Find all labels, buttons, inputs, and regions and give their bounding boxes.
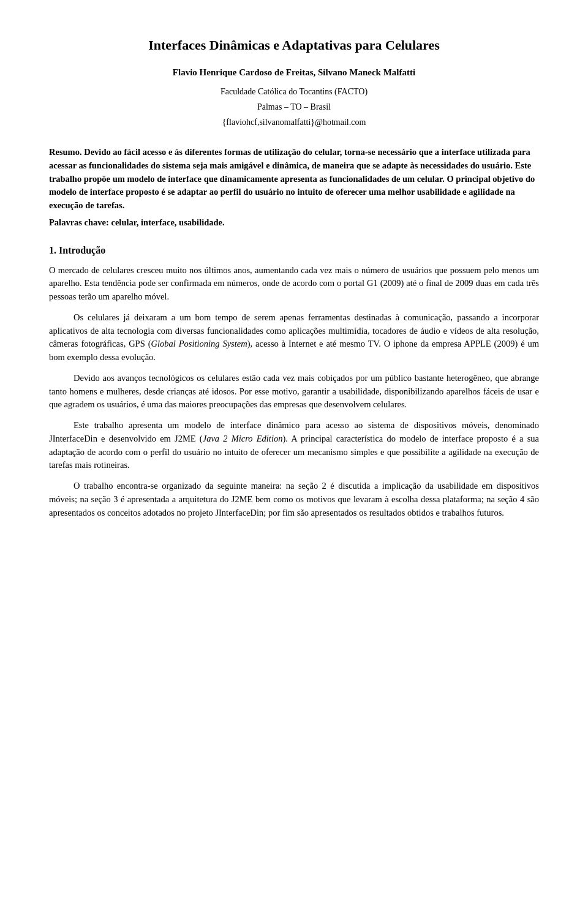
email: {flaviohcf,silvanomalfatti}@hotmail.com (49, 116, 539, 129)
authors: Flavio Henrique Cardoso de Freitas, Silv… (49, 66, 539, 80)
section1-para1: O mercado de celulares cresceu muito nos… (49, 264, 539, 304)
page-title: Interfaces Dinâmicas e Adaptativas para … (49, 37, 539, 55)
resumo-label: Resumo. Devido ao fácil acesso e às dife… (49, 146, 539, 213)
institution-line2: Palmas – TO – Brasil (49, 100, 539, 113)
section1-para5: O trabalho encontra-se organizado da seg… (49, 480, 539, 519)
resumo-text-inline: Devido ao fácil acesso e às diferentes f… (49, 147, 535, 210)
section1-title: 1. Introdução (49, 243, 539, 258)
section1-para3: Devido aos avanços tecnológicos os celul… (49, 372, 539, 412)
palavras-chave: Palavras chave: celular, interface, usab… (49, 216, 539, 230)
section1-para2: Os celulares já deixaram a um bom tempo … (49, 311, 539, 364)
section1-para4: Este trabalho apresenta um modelo de int… (49, 419, 539, 472)
palavras-chave-label: Palavras chave: (49, 217, 109, 227)
institution-line1: Faculdade Católica do Tocantins (FACTO) (49, 85, 539, 98)
palavras-chave-text: celular, interface, usabilidade. (111, 217, 224, 227)
